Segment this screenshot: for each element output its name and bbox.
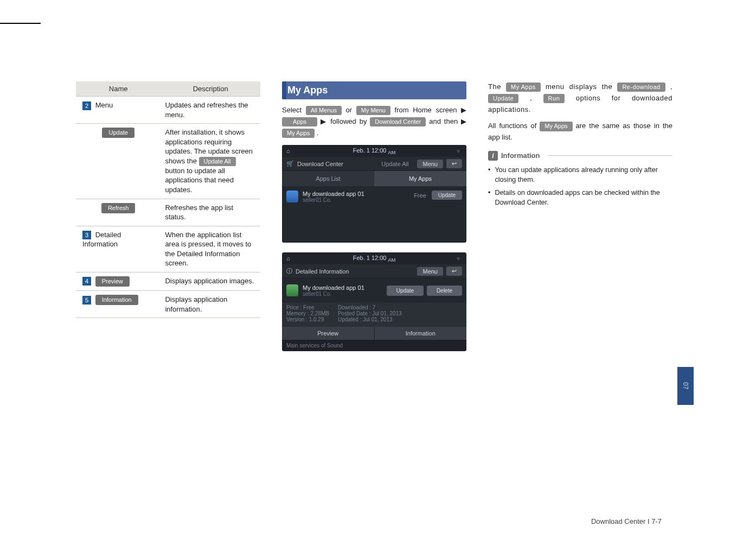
home-icon[interactable]: ⌂	[286, 148, 290, 154]
my-apps-button: My Apps	[282, 129, 315, 138]
detail-memory: Memory : 2.28MB	[286, 310, 329, 316]
text: All functions of	[488, 122, 540, 130]
breadcrumb: Detailed Information	[296, 268, 349, 275]
cart-icon: 🛒	[286, 160, 294, 167]
breadcrumb: Download Center	[297, 161, 343, 167]
text: .	[315, 129, 318, 137]
crop-mark-horizontal	[0, 23, 41, 24]
paragraph: All functions of My Apps are the same as…	[488, 121, 672, 143]
text: and then ▶	[426, 117, 466, 125]
row-name: Menu	[95, 101, 113, 109]
list-item: Details on downloaded apps can be checke…	[488, 188, 672, 207]
download-center-button: Download Center	[370, 117, 426, 126]
all-menus-button: All Menus	[306, 106, 342, 115]
app-text: My downloaded app 01 seller01 Co.	[303, 191, 364, 203]
preview-button: Preview	[95, 276, 130, 287]
text: ,	[518, 94, 543, 102]
update-button: Update	[488, 94, 518, 103]
re-download-button: Re-download	[617, 83, 665, 92]
table-row: Update After installation, it shows appl…	[76, 124, 260, 199]
information-label: Information	[501, 151, 540, 160]
bullet-text: Details on downloaded apps can be checke…	[495, 188, 672, 207]
detail-updated: Updated : Jul 01, 2013	[338, 316, 402, 322]
column-middle: My Apps Select All Menus or My Menu from…	[282, 81, 466, 361]
app-seller: seller01 Co.	[303, 291, 364, 297]
update-all-button: Update All	[199, 157, 236, 166]
callout-number: 2	[82, 102, 91, 110]
tab-row: Apps List My Apps	[282, 171, 466, 186]
update-all-button[interactable]: Update All	[376, 160, 414, 168]
text: Select	[282, 106, 306, 114]
app-icon	[286, 191, 298, 202]
app-icon	[286, 284, 298, 296]
th-desc: Description	[161, 81, 260, 97]
table-row: 2 Menu Updates and refreshes the menu.	[76, 97, 260, 124]
app-seller: seller01 Co.	[303, 197, 364, 203]
row-desc: Displays application images.	[161, 272, 260, 290]
my-apps-button: My Apps	[540, 122, 572, 131]
section-tab: 07	[677, 367, 694, 405]
back-icon[interactable]: ↩	[446, 267, 462, 276]
app-text: My downloaded app 01 seller01 Co.	[303, 284, 364, 297]
delete-button[interactable]: Delete	[427, 286, 462, 296]
status-bar: ⌂ Feb. 1 12:00 AM ᯤ	[282, 145, 466, 157]
status-time: Feb. 1 12:00 AM	[353, 147, 396, 155]
list-item: You can update applications already runn…	[488, 165, 672, 185]
nav-instructions: Select All Menus or My Menu from Home sc…	[282, 105, 466, 138]
update-button: Update	[102, 128, 134, 138]
back-icon[interactable]: ↩	[446, 159, 462, 168]
detail-grid: Price : Free Memory : 2.28MB Version : 1…	[282, 302, 466, 327]
menu-button[interactable]: Menu	[417, 160, 443, 168]
desc-text: button to update all applications that n…	[165, 167, 233, 194]
section-title: My Apps	[282, 81, 466, 99]
wifi-icon: ᯤ	[457, 256, 462, 262]
tab-preview[interactable]: Preview	[282, 327, 375, 340]
tab-apps-list[interactable]: Apps List	[282, 171, 374, 186]
tab-my-apps[interactable]: My Apps	[374, 171, 466, 186]
paragraph: The My Apps menu displays the Re-downloa…	[488, 81, 672, 115]
app-update-button[interactable]: Update	[432, 191, 462, 200]
row-desc: When the application list area is presse…	[161, 226, 260, 272]
text: The	[488, 83, 506, 91]
screenshot-download-center: ⌂ Feb. 1 12:00 AM ᯤ 🛒 Download Center Up…	[282, 145, 466, 243]
column-right: The My Apps menu displays the Re-downloa…	[488, 81, 672, 361]
information-list: You can update applications already runn…	[488, 165, 672, 208]
row-desc: Refreshes the app list status.	[161, 199, 260, 226]
th-name: Name	[76, 81, 161, 97]
refresh-button: Refresh	[101, 203, 136, 213]
divider	[548, 155, 673, 156]
wifi-icon: ᯤ	[457, 148, 462, 154]
info-icon: ⓘ	[286, 267, 292, 275]
app-name: My downloaded app 01	[303, 284, 364, 291]
document-page: Name Description 2 Menu Updates and refr…	[43, 0, 694, 558]
information-heading: i Information	[488, 151, 672, 161]
empty-area	[282, 210, 466, 243]
row-desc: After installation, it shows application…	[161, 124, 260, 199]
app-price: Free	[414, 192, 426, 199]
status-bar: ⌂ Feb. 1 12:00 AM ᯤ	[282, 252, 466, 264]
title-bar: ⓘ Detailed Information Menu ↩	[282, 264, 466, 278]
information-icon: i	[488, 151, 498, 161]
my-menu-button: My Menu	[356, 106, 390, 115]
text: menu displays the	[541, 83, 618, 91]
list-item[interactable]: My downloaded app 01 seller01 Co. Free U…	[282, 186, 466, 210]
information-button: Information	[95, 295, 138, 305]
text: from Home screen ▶	[390, 106, 466, 114]
detail-price: Price : Free	[286, 305, 329, 310]
row-desc: Updates and refreshes the menu.	[161, 97, 260, 124]
menu-button[interactable]: Menu	[417, 267, 443, 276]
table-row: 5 Information Displays application infor…	[76, 291, 260, 318]
update-button[interactable]: Update	[387, 286, 424, 296]
detail-version: Version : 1.0.29	[286, 316, 329, 322]
callout-number: 3	[82, 231, 91, 239]
detail-downloaded: Downloaded : 7	[338, 305, 402, 310]
home-icon[interactable]: ⌂	[286, 255, 290, 262]
callout-number: 4	[82, 277, 91, 286]
text: or	[342, 106, 356, 114]
tab-information[interactable]: Information	[375, 327, 467, 340]
callout-number: 5	[82, 296, 91, 305]
tab-row: Preview Information	[282, 327, 466, 340]
status-time: Feb. 1 12:00 AM	[353, 255, 396, 263]
screenshot-detailed-info: ⌂ Feb. 1 12:00 AM ᯤ ⓘ Detailed Informati…	[282, 252, 466, 351]
description-table: Name Description 2 Menu Updates and refr…	[76, 81, 260, 318]
